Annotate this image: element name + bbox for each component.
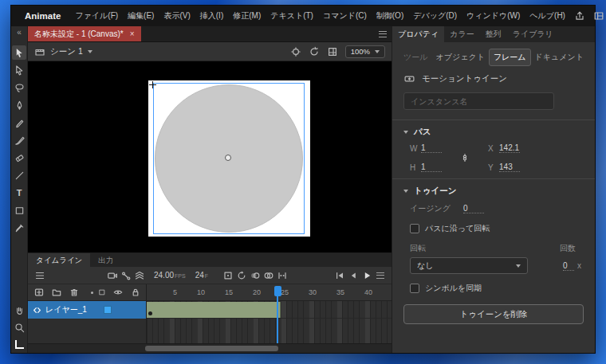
timeline-hscrollbar[interactable] xyxy=(28,343,392,353)
menu-help[interactable]: ヘルプ(H) xyxy=(525,6,570,26)
tab-color[interactable]: カラー xyxy=(444,26,479,42)
workspace-icon[interactable] xyxy=(589,6,606,26)
outline-column-icon[interactable] xyxy=(97,286,107,299)
mode-tab-object[interactable]: オブジェクト xyxy=(431,49,488,65)
multi-frame-edit-icon[interactable] xyxy=(275,269,289,282)
lock-icon[interactable] xyxy=(128,286,142,299)
ruler-number: 15 xyxy=(205,284,233,300)
collapse-panel-icon[interactable]: « xyxy=(17,26,22,39)
rewind-icon[interactable] xyxy=(333,269,346,282)
tween-section-title: トゥイーン xyxy=(414,186,456,197)
line-tool[interactable] xyxy=(12,168,26,182)
easing-value[interactable]: 0 xyxy=(463,204,484,213)
zoom-level-select[interactable]: 100% xyxy=(345,45,385,58)
rotate-stage-icon[interactable] xyxy=(309,46,320,57)
loop-icon[interactable] xyxy=(234,269,248,282)
hscrollbar-thumb[interactable] xyxy=(145,346,278,351)
rotate-select[interactable]: なし xyxy=(410,257,528,274)
center-frame-icon[interactable] xyxy=(221,269,234,282)
onion-skin-icon[interactable] xyxy=(248,269,262,282)
add-layer-icon[interactable] xyxy=(32,286,45,299)
lasso-tool[interactable] xyxy=(12,80,26,95)
eye-icon[interactable] xyxy=(111,286,124,299)
brush-tool[interactable] xyxy=(12,133,26,147)
tab-library[interactable]: ライブラリ xyxy=(507,26,559,42)
zoom-tool[interactable] xyxy=(12,320,26,335)
menu-insert[interactable]: 挿入(I) xyxy=(195,6,228,26)
timeline-ruler[interactable]: 5 10 15 20 25 30 35 40 45 xyxy=(147,284,392,301)
link-wh-xy[interactable] xyxy=(459,152,488,163)
pencil-tool[interactable] xyxy=(12,115,26,130)
height-value[interactable]: 1 xyxy=(421,162,442,172)
clip-content-icon[interactable] xyxy=(327,46,338,57)
current-frame-indicator[interactable]: 24 F xyxy=(195,271,208,280)
tab-properties[interactable]: プロパティ xyxy=(392,26,444,42)
y-value[interactable]: 143 xyxy=(499,162,520,172)
tween-section-header[interactable]: トゥイーン xyxy=(392,186,595,197)
layers-view-icon[interactable] xyxy=(33,269,46,282)
menu-modify[interactable]: 修正(M) xyxy=(228,6,266,26)
menu-control[interactable]: 制御(O) xyxy=(372,6,408,26)
eraser-tool[interactable] xyxy=(12,151,26,165)
tab-close-icon[interactable]: × xyxy=(130,29,135,38)
menu-edit[interactable]: 編集(E) xyxy=(123,6,159,26)
subselection-tool[interactable] xyxy=(12,63,26,77)
scene-breadcrumb[interactable]: シーン 1 xyxy=(50,46,83,57)
menu-debug[interactable]: デバッグ(D) xyxy=(408,6,462,26)
menu-file[interactable]: ファイル(F) xyxy=(70,6,123,26)
keyframe-dot[interactable] xyxy=(148,311,152,315)
add-folder-icon[interactable] xyxy=(49,286,63,299)
eyedropper-tool[interactable] xyxy=(12,221,26,235)
timeline-menu-icon[interactable] xyxy=(373,269,387,282)
share-icon[interactable] xyxy=(570,6,589,26)
selection-tool[interactable] xyxy=(12,45,26,60)
tabbar-menu-icon[interactable] xyxy=(374,26,392,41)
x-value[interactable]: 142.1 xyxy=(499,143,520,153)
instance-name-input[interactable] xyxy=(403,92,554,110)
tween-span[interactable] xyxy=(147,302,281,318)
layer-frames-row[interactable] xyxy=(147,301,392,319)
tab-align[interactable]: 整列 xyxy=(480,26,507,42)
tab-output[interactable]: 出力 xyxy=(90,253,121,267)
stage[interactable] xyxy=(28,61,392,252)
highlight-column-icon[interactable] xyxy=(91,292,93,294)
scene-icon xyxy=(34,46,45,57)
width-value[interactable]: 1 xyxy=(421,143,442,153)
rectangle-tool[interactable] xyxy=(12,203,26,217)
fps-indicator[interactable]: 24.00 FPS xyxy=(154,271,186,280)
rotate-count-value[interactable]: 0 xyxy=(563,261,574,271)
camera-icon[interactable] xyxy=(105,269,119,282)
corner-swatch-icon[interactable] xyxy=(15,340,24,349)
menu-window[interactable]: ウィンドウ(W) xyxy=(462,6,525,26)
artboard[interactable] xyxy=(148,80,310,237)
playhead[interactable] xyxy=(274,286,281,296)
frames-grid[interactable] xyxy=(147,301,392,343)
menu-commands[interactable]: コマンド(C) xyxy=(318,6,372,26)
text-tool[interactable]: T xyxy=(12,186,26,200)
step-back-icon[interactable] xyxy=(346,269,360,282)
menu-text[interactable]: テキスト(T) xyxy=(266,6,318,26)
center-stage-icon[interactable] xyxy=(290,46,301,57)
layer-outline-swatch[interactable] xyxy=(104,306,112,314)
delete-layer-icon[interactable] xyxy=(67,286,81,299)
onion-outline-icon[interactable] xyxy=(262,269,275,282)
document-tab[interactable]: 名称未設定 - 1 (Canvas)* × xyxy=(28,26,141,41)
layer-row[interactable]: レイヤー_1 xyxy=(28,301,146,319)
transform-point[interactable] xyxy=(225,155,231,161)
parent-view-icon[interactable] xyxy=(119,269,132,282)
mode-tab-tool[interactable]: ツール xyxy=(399,49,431,65)
pen-tool[interactable] xyxy=(12,98,26,112)
scene-chevron-down-icon[interactable] xyxy=(88,50,92,53)
sync-symbols-checkbox[interactable] xyxy=(410,284,419,293)
mode-tab-frame[interactable]: フレーム xyxy=(489,49,531,66)
remove-tween-button[interactable]: トゥイーンを削除 xyxy=(403,304,584,324)
path-section-header[interactable]: パス xyxy=(392,127,595,138)
layer-depth-icon[interactable] xyxy=(132,269,146,282)
menu-view[interactable]: 表示(V) xyxy=(159,6,195,26)
mode-tab-document[interactable]: ドキュメント xyxy=(531,49,588,65)
frames-area: 5 10 15 20 25 30 35 40 45 xyxy=(147,284,392,343)
hand-tool[interactable] xyxy=(12,303,26,317)
play-icon[interactable] xyxy=(360,269,373,282)
tab-timeline[interactable]: タイムライン xyxy=(28,253,90,267)
orient-to-path-checkbox[interactable] xyxy=(410,224,419,233)
